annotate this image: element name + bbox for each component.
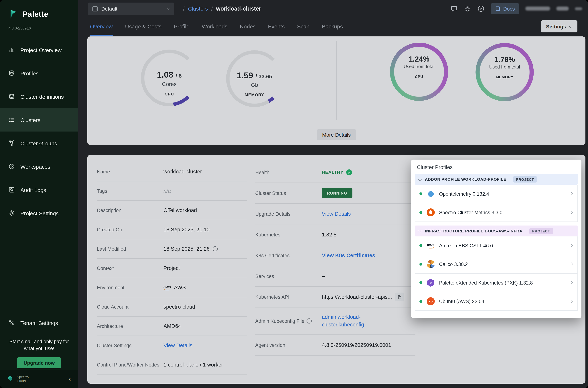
detail-row-agent-version: Agent version 4.8.0-250919/20250919.0001 — [255, 335, 415, 356]
sidebar-item-cluster-definitions[interactable]: Cluster definitions — [0, 85, 78, 108]
palette-logo-icon — [8, 9, 19, 20]
chevron-right-icon: › — [571, 190, 573, 198]
memory-usage-percent: 1.78% — [494, 55, 515, 64]
cpu-usage-caption: Used from total — [404, 64, 434, 69]
sidebar-item-cluster-groups[interactable]: Cluster Groups — [0, 132, 78, 155]
bar-chart-icon — [8, 47, 15, 53]
tab-usage-costs[interactable]: Usage & Costs — [125, 17, 161, 36]
spectro-metrics-icon — [426, 208, 435, 217]
sidebar-item-label: Cluster definitions — [20, 94, 64, 100]
pack-item-amazon-ebs-csi[interactable]: aws Amazon EBS CSI 1.46.0 › — [415, 237, 577, 255]
tab-profile[interactable]: Profile — [174, 17, 189, 36]
upgrade-now-button[interactable]: Upgrade now — [17, 357, 61, 368]
detail-value: 1.32.8 — [322, 232, 337, 238]
compass-icon[interactable] — [477, 5, 485, 12]
ubuntu-icon — [426, 297, 435, 306]
pack-item-spectro-cluster-metrics[interactable]: Spectro Cluster Metrics 3.3.0 › — [415, 203, 577, 221]
breadcrumb-clusters-link[interactable]: Clusters — [188, 5, 208, 12]
network-icon — [8, 140, 15, 146]
detail-label: Kubernetes — [255, 232, 280, 237]
sidebar-item-tenant-settings[interactable]: Tenant Settings — [0, 315, 78, 331]
detail-label: Environment — [97, 285, 125, 290]
tab-backups[interactable]: Backups — [322, 17, 343, 36]
collapse-sidebar-button[interactable]: ‹ — [69, 375, 71, 383]
addon-profile-packs: Opentelemetry 0.132.4 › Spectro Cluster … — [415, 185, 578, 222]
chevron-right-icon: › — [571, 242, 573, 250]
pack-item-opentelemetry[interactable]: Opentelemetry 0.132.4 › — [415, 185, 577, 203]
tools-icon — [8, 319, 15, 326]
view-k8s-certificates-link[interactable]: View K8s Certificates — [322, 252, 375, 258]
cpu-total: / 8 — [176, 73, 181, 79]
addon-profile-header[interactable]: ADDON PROFILE WORKLOAD-PROFILE PROJECT — [415, 174, 578, 185]
addon-profile-section: ADDON PROFILE WORKLOAD-PROFILE PROJECT O… — [415, 174, 578, 222]
sidebar-item-label: Cluster Groups — [20, 140, 57, 146]
sidebar-item-profiles[interactable]: Profiles — [0, 62, 78, 85]
aws-logo-icon: aws — [163, 285, 171, 290]
sidebar-item-workspaces[interactable]: Workspaces — [0, 155, 78, 178]
info-icon[interactable] — [212, 246, 218, 251]
details-left-column: Name workload-cluster Tags n/a Descripti… — [97, 162, 247, 375]
detail-label: Cluster Settings — [97, 343, 132, 348]
redacted-user-name — [525, 7, 550, 11]
pack-item-calico[interactable]: Calico 3.30.2 › — [415, 255, 577, 274]
topbar-actions: Docs — [450, 3, 588, 14]
pack-name: Calico 3.30.2 — [439, 261, 567, 267]
tab-workloads[interactable]: Workloads — [202, 17, 227, 36]
pack-name: Spectro Cluster Metrics 3.3.0 — [439, 210, 567, 215]
status-dot-green — [419, 211, 422, 214]
infrastructure-profile-header[interactable]: INFRASTRUCTURE PROFILE DOCS-AWS-INFRA PR… — [415, 225, 578, 237]
project-selector[interactable]: Default — [88, 2, 174, 15]
settings-button[interactable]: Settings — [541, 20, 577, 32]
sidebar-nav: Project Overview Profiles Cluster defini… — [0, 38, 78, 225]
sidebar-item-label: Project Overview — [20, 47, 62, 53]
sidebar-item-clusters[interactable]: Clusters — [0, 108, 78, 132]
layers-icon — [8, 70, 15, 76]
sidebar-footer: Spectro Cloud ‹ — [0, 370, 78, 388]
sidebar-item-label: Profiles — [20, 70, 39, 76]
cpu-usage-percent: 1.24% — [409, 55, 429, 63]
pack-name: Ubuntu (AWS) 22.04 — [439, 299, 567, 304]
status-dot-green — [419, 281, 422, 284]
info-icon[interactable] — [307, 318, 312, 323]
chat-icon[interactable] — [450, 5, 458, 12]
detail-value: – — [322, 273, 325, 279]
cluster-profiles-popup: Cluster Profiles ADDON PROFILE WORKLOAD-… — [411, 160, 581, 318]
pack-name: Palette eXtended Kubernetes (PXK) 1.32.8 — [439, 280, 567, 286]
tab-events[interactable]: Events — [268, 17, 285, 36]
status-dot-green — [419, 263, 422, 266]
sidebar-item-label: Audit Logs — [20, 187, 46, 193]
docs-button[interactable]: Docs — [491, 3, 519, 14]
pack-item-pxk[interactable]: Palette eXtended Kubernetes (PXK) 1.32.8… — [415, 274, 577, 292]
docs-label: Docs — [503, 6, 515, 11]
more-details-button[interactable]: More Details — [317, 129, 356, 140]
detail-label: Cloud Account — [97, 304, 129, 310]
pack-item-ubuntu[interactable]: Ubuntu (AWS) 22.04 › — [415, 292, 577, 310]
sidebar-item-project-settings[interactable]: Project Settings — [0, 201, 78, 225]
tab-overview[interactable]: Overview — [90, 17, 113, 36]
sidebar-item-project-overview[interactable]: Project Overview — [0, 38, 78, 62]
pack-name: Opentelemetry 0.132.4 — [439, 191, 567, 196]
detail-label: Architecture — [97, 323, 123, 329]
detail-value: AWS — [174, 285, 186, 290]
detail-label: Control Plane/Worker Nodes — [97, 362, 159, 367]
status-dot-green — [419, 192, 422, 195]
upgrade-view-details-link[interactable]: View Details — [322, 211, 351, 217]
spectro-cloud-logo-icon — [7, 375, 14, 383]
tab-nodes[interactable]: Nodes — [240, 17, 256, 36]
cluster-settings-view-details-link[interactable]: View Details — [163, 342, 192, 348]
detail-value: spectro-cloud — [163, 304, 195, 310]
bug-icon[interactable] — [464, 5, 471, 12]
detail-row-environment: Environment awsAWS — [97, 278, 247, 297]
detail-row-cluster-status: Cluster Status RUNNING — [255, 183, 415, 204]
chevron-down-icon — [167, 6, 171, 10]
topbar: Default / Clusters / workload-cluster Do… — [78, 0, 588, 17]
sidebar-item-audit-logs[interactable]: Audit Logs — [0, 178, 78, 201]
cpu-label: CPU — [165, 92, 174, 96]
admin-kubeconfig-link[interactable]: admin.workload-cluster.kubeconfig — [322, 313, 380, 329]
chevron-down-icon — [418, 176, 422, 181]
detail-row-cluster-settings: Cluster Settings View Details — [97, 336, 247, 355]
tab-scan[interactable]: Scan — [297, 17, 310, 36]
kubernetes-api-url: https://workload-cluster-apis... — [322, 294, 392, 300]
copy-icon[interactable] — [395, 292, 404, 301]
detail-label: Last Modified — [97, 246, 126, 252]
